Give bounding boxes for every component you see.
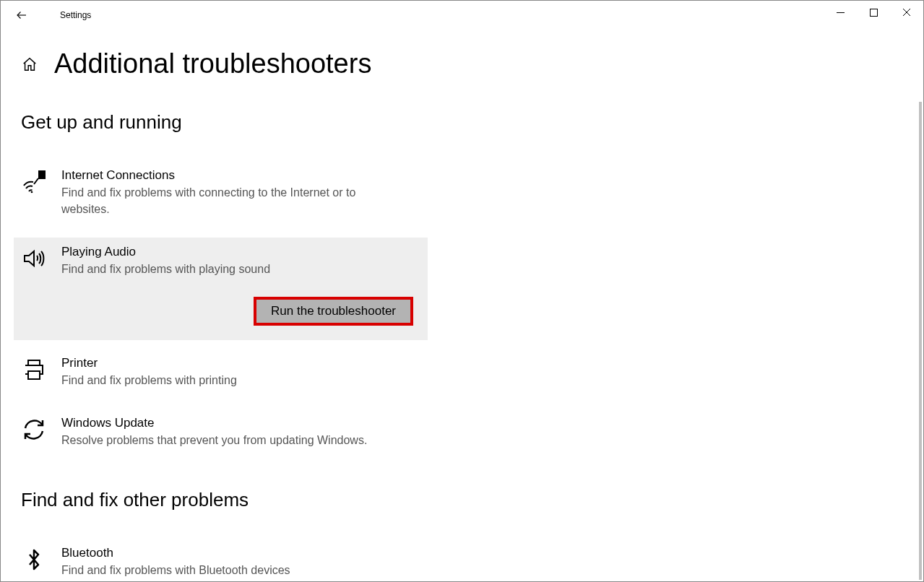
- section-other: Find and fix other problems Bluetooth Fi…: [21, 489, 923, 582]
- svg-point-1: [31, 191, 33, 194]
- troubleshooter-windows-update[interactable]: Windows Update Resolve problems that pre…: [14, 409, 428, 460]
- item-desc: Find and fix problems with printing: [61, 372, 394, 388]
- section-title-running: Get up and running: [21, 111, 923, 134]
- close-button[interactable]: [890, 1, 923, 24]
- page-title: Additional troubleshooters: [54, 48, 371, 79]
- item-title: Playing Audio: [61, 245, 420, 259]
- minimize-button[interactable]: [824, 1, 857, 24]
- titlebar: Settings: [1, 1, 923, 30]
- run-troubleshooter-button[interactable]: Run the troubleshooter: [254, 297, 413, 326]
- svg-rect-3: [28, 360, 40, 365]
- svg-rect-2: [39, 171, 45, 178]
- content-area: Additional troubleshooters Get up and ru…: [1, 30, 923, 582]
- section-title-other: Find and fix other problems: [21, 489, 923, 511]
- wifi-icon: [21, 170, 47, 196]
- settings-window: Settings Additional troubleshooters Get …: [0, 0, 924, 582]
- sync-icon: [21, 417, 47, 443]
- item-title: Printer: [61, 356, 420, 370]
- run-button-row: Run the troubleshooter: [61, 297, 420, 326]
- item-text: Windows Update Resolve problems that pre…: [61, 416, 420, 448]
- app-title: Settings: [60, 10, 91, 20]
- item-text: Printer Find and fix problems with print…: [61, 356, 420, 388]
- item-title: Internet Connections: [61, 168, 420, 183]
- troubleshooter-playing-audio[interactable]: Playing Audio Find and fix problems with…: [14, 238, 428, 339]
- speaker-icon: [21, 246, 47, 272]
- header-row: Additional troubleshooters: [21, 48, 923, 79]
- bluetooth-icon: [21, 547, 47, 573]
- window-controls: [824, 1, 923, 24]
- printer-icon: [21, 357, 47, 383]
- item-title: Windows Update: [61, 416, 420, 430]
- item-text: Bluetooth Find and fix problems with Blu…: [61, 546, 420, 578]
- item-desc: Find and fix problems with Bluetooth dev…: [61, 562, 394, 578]
- home-icon[interactable]: [21, 56, 38, 73]
- svg-rect-4: [28, 371, 40, 379]
- item-text: Playing Audio Find and fix problems with…: [61, 245, 420, 325]
- item-desc: Find and fix problems with playing sound: [61, 261, 394, 277]
- troubleshooter-printer[interactable]: Printer Find and fix problems with print…: [14, 349, 428, 400]
- troubleshooter-internet-connections[interactable]: Internet Connections Find and fix proble…: [14, 161, 428, 229]
- troubleshooter-bluetooth[interactable]: Bluetooth Find and fix problems with Blu…: [14, 539, 428, 582]
- item-desc: Resolve problems that prevent you from u…: [61, 432, 394, 448]
- scrollbar[interactable]: [919, 102, 922, 580]
- svg-rect-0: [870, 9, 877, 16]
- back-button[interactable]: [11, 4, 33, 26]
- item-desc: Find and fix problems with connecting to…: [61, 184, 394, 217]
- item-text: Internet Connections Find and fix proble…: [61, 168, 420, 217]
- maximize-button[interactable]: [857, 1, 890, 24]
- item-title: Bluetooth: [61, 546, 420, 560]
